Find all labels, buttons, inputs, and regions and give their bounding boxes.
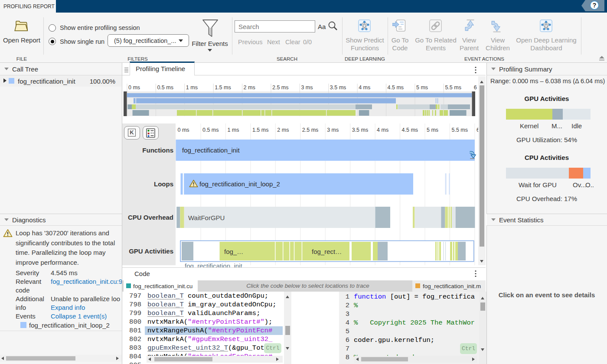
- svg-text:4 ms: 4 ms: [377, 127, 388, 133]
- svg-text:0.5 ms: 0.5 ms: [157, 84, 173, 91]
- svg-text:2.5 ms: 2.5 ms: [272, 84, 289, 91]
- svg-text:3.5 ms: 3.5 ms: [330, 84, 346, 91]
- svg-text:2 ms: 2 ms: [244, 84, 255, 91]
- svg-text:0 ms: 0 ms: [128, 84, 140, 91]
- svg-text:4 ms: 4 ms: [359, 84, 370, 91]
- svg-text:5.5 ms: 5.5 ms: [452, 127, 468, 133]
- svg-text:4.5 ms: 4.5 ms: [388, 84, 404, 91]
- svg-text:6: 6: [474, 84, 477, 91]
- svg-text:0.5 ms: 0.5 ms: [202, 127, 219, 133]
- svg-text:5 ms: 5 ms: [427, 127, 438, 133]
- svg-text:1.5 ms: 1.5 ms: [215, 84, 231, 91]
- svg-text:1 ms: 1 ms: [227, 127, 239, 133]
- svg-text:3 ms: 3 ms: [301, 84, 313, 91]
- svg-text:2.5 ms: 2.5 ms: [302, 127, 319, 133]
- svg-text:5.5 ms: 5.5 ms: [445, 84, 461, 91]
- svg-text:1 ms: 1 ms: [186, 84, 198, 91]
- svg-text:3 ms: 3 ms: [327, 127, 339, 133]
- svg-text:4.5 ms: 4.5 ms: [402, 127, 418, 133]
- svg-text:5 ms: 5 ms: [416, 84, 428, 91]
- svg-text:3.5 ms: 3.5 ms: [352, 127, 369, 133]
- svg-text:0 ms: 0 ms: [178, 127, 189, 133]
- svg-text:1.5 ms: 1.5 ms: [252, 127, 269, 133]
- svg-text:2 ms: 2 ms: [277, 127, 289, 133]
